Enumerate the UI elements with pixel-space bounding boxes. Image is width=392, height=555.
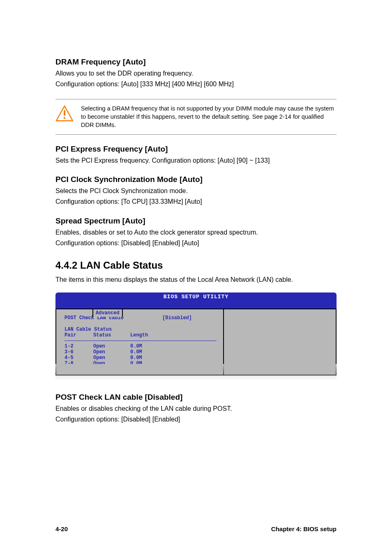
table-row: 4-5Open0.0M (65, 355, 217, 361)
heading-lan-status: 4.4.2 LAN Cable Status (55, 260, 337, 271)
caution-icon (55, 105, 74, 122)
text-postcheck-1: Enables or disables checking of the LAN … (55, 404, 337, 413)
caution-box: Selecting a DRAM frequency that is not s… (55, 99, 337, 135)
bios-fade (55, 364, 337, 380)
svg-rect-1 (64, 110, 65, 116)
svg-point-2 (64, 117, 65, 119)
section-dram-frequency: DRAM Frequency [Auto] Allows you to set … (55, 58, 337, 89)
section-spread: Spread Spectrum [Auto] Enables, disables… (55, 216, 337, 248)
text-spread-1: Enables, disables or set to Auto the clo… (55, 228, 337, 237)
caution-text: Selecting a DRAM frequency that is not s… (81, 104, 337, 129)
bios-tab-advanced: Advanced (92, 309, 123, 317)
table-row: 3-6Open0.0M (65, 349, 217, 355)
text-pciclock-2: Configuration options: [To CPU] [33.33MH… (55, 197, 337, 206)
table-row: 1-2Open0.0M (65, 343, 217, 349)
section-pcie: PCI Express Frequency [Auto] Sets the PC… (55, 145, 337, 165)
section-postcheck: POST Check LAN cable [Disabled] Enables … (55, 393, 337, 424)
bios-header: BIOS SETUP UTILITY (55, 292, 337, 301)
bios-col-status: Status (93, 332, 130, 338)
bios-header-title: BIOS SETUP UTILITY (164, 294, 228, 300)
page-footer: 4-20 Chapter 4: BIOS setup (55, 525, 337, 532)
text-spread-2: Configuration options: [Disabled] [Enabl… (55, 239, 337, 248)
bios-separator (65, 341, 217, 341)
section-pciclock: PCI Clock Synchronization Mode [Auto] Se… (55, 175, 337, 207)
page-number: 4-20 (55, 525, 68, 532)
text-lan-desc: The items in this menu displays the stat… (55, 275, 337, 284)
bios-post-row: POST Check LAN cable[Disabled] (65, 315, 217, 321)
bios-tabbar: Advanced (55, 301, 337, 309)
text-dram-1: Allows you to set the DDR operating freq… (55, 69, 337, 78)
bios-table-title: LAN Cable Status (65, 327, 217, 332)
bios-post-value: [Disabled] (162, 315, 192, 321)
chapter-label: Chapter 4: BIOS setup (271, 525, 337, 532)
text-pcie-1: Sets the PCI Express frequency. Configur… (55, 156, 337, 165)
heading-pcie: PCI Express Frequency [Auto] (55, 145, 337, 154)
text-postcheck-2: Configuration options: [Disabled] [Enabl… (55, 415, 337, 424)
bios-col-length: Length (130, 332, 148, 338)
heading-postcheck: POST Check LAN cable [Disabled] (55, 393, 337, 402)
text-dram-2: Configuration options: [Auto] [333 MHz] … (55, 80, 337, 89)
text-pciclock-1: Selects the PCI Clock Synchronization mo… (55, 187, 337, 196)
bios-screenshot: BIOS SETUP UTILITY Advanced POST Check L… (55, 292, 337, 380)
heading-spread: Spread Spectrum [Auto] (55, 216, 337, 226)
bios-col-pair: Pair (65, 332, 93, 338)
heading-pciclock: PCI Clock Synchronization Mode [Auto] (55, 175, 337, 184)
heading-dram: DRAM Frequency [Auto] (55, 58, 337, 67)
bios-table-header: PairStatusLength (65, 332, 217, 338)
